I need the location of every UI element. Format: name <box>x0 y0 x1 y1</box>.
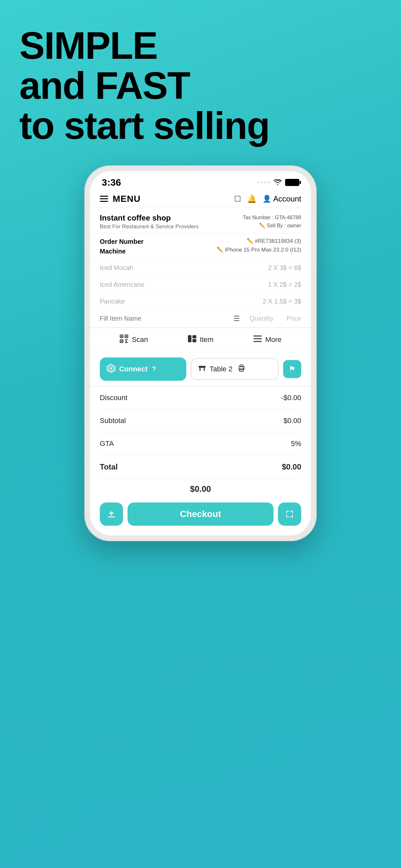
shop-name: Instant coffee shop <box>100 213 198 222</box>
total-row: Total $0.00 <box>100 455 301 479</box>
hero-section: SIMPLE and FAST to start selling <box>0 0 401 159</box>
table-label: Table 2 <box>210 365 233 373</box>
order-items-list: Iced Mocah 2 X 3$ = 6$ Iced Americano 1 … <box>90 259 311 310</box>
total-value: $0.00 <box>282 462 301 471</box>
upload-button[interactable] <box>100 502 123 526</box>
nav-left: MENU <box>100 194 141 204</box>
expand-button[interactable] <box>278 502 301 526</box>
signal-dots-icon <box>257 181 270 183</box>
scan-button[interactable]: Scan <box>120 334 148 345</box>
machine-label: Machine <box>100 246 144 256</box>
sell-by: ✏️ Sell By : owner <box>243 221 301 230</box>
more-button[interactable]: More <box>253 335 281 345</box>
shop-info: Instant coffee shop Best For Restaurant … <box>90 208 311 234</box>
connect-table-row: Connect ? Table 2 <box>90 352 311 386</box>
item-label: Item <box>200 336 214 344</box>
price-label: Price <box>286 315 301 322</box>
discount-row: Discount -$0.00 <box>100 386 301 409</box>
svg-rect-21 <box>204 368 205 371</box>
connect-icon <box>106 363 116 375</box>
tax-number: Tax Number : GTA-46789 <box>243 213 301 222</box>
nav-right: ☐ 🔔 👤 Account <box>234 194 301 204</box>
table-row: Pancake 2 X 1.5$ = 3$ <box>100 293 301 310</box>
more-icon <box>253 335 262 345</box>
hero-line3: to start selling <box>19 104 269 147</box>
subtotal-value: $0.00 <box>283 416 301 425</box>
svg-rect-20 <box>199 368 201 371</box>
menu-hamburger-icon[interactable] <box>100 196 108 202</box>
item-name-3: Pancake <box>100 298 125 305</box>
question-mark: ? <box>152 365 156 373</box>
status-icons <box>257 179 299 186</box>
discount-value: -$0.00 <box>281 394 301 402</box>
item-calc-3: 2 X 1.5$ = 3$ <box>263 298 301 305</box>
order-meta: ✏️ #RE738119834 (3) ✏️ iPhone 15 Pro Max… <box>217 237 301 254</box>
svg-rect-11 <box>192 335 196 338</box>
scan-label: Scan <box>132 336 148 344</box>
pencil-icon-2: ✏️ <box>217 247 223 253</box>
shop-subtitle: Best For Restaurant & Service Providers <box>100 223 198 230</box>
checkout-bar: Checkout <box>90 497 311 535</box>
svg-rect-12 <box>192 339 196 342</box>
subtotal-row: Subtotal $0.00 <box>100 409 301 432</box>
list-icon: ☰ <box>234 314 240 323</box>
svg-rect-22 <box>198 366 206 367</box>
gta-row: GTA 5% <box>100 432 301 455</box>
battery-icon <box>285 179 299 186</box>
nav-bar: MENU ☐ 🔔 👤 Account <box>90 190 311 208</box>
hero-line1: SIMPLE <box>19 24 157 67</box>
order-info: Order Number Machine ✏️ #RE738119834 (3)… <box>90 234 311 259</box>
total-label: Total <box>100 462 118 471</box>
fill-item-input[interactable] <box>100 315 230 322</box>
table-button[interactable]: Table 2 <box>191 358 279 380</box>
svg-rect-10 <box>188 335 191 342</box>
bottom-actions: Scan Item <box>90 328 311 352</box>
scan-icon <box>120 334 128 345</box>
svg-rect-4 <box>126 336 127 337</box>
table-icon <box>198 364 206 374</box>
printer-icon <box>238 365 245 373</box>
wifi-icon <box>274 179 282 186</box>
item-button[interactable]: Item <box>188 335 214 345</box>
phone-inner: 3:36 <box>90 171 311 535</box>
pencil-icon: ✏️ <box>247 238 253 244</box>
phone-wrapper: 3:36 <box>0 159 401 561</box>
hero-line2: and FAST <box>19 64 190 107</box>
fill-item-row[interactable]: ☰ Quantity Price <box>90 310 311 328</box>
item-icon <box>188 335 197 345</box>
svg-rect-15 <box>253 341 262 342</box>
item-calc-2: 1 X 2$ = 2$ <box>268 281 301 288</box>
gta-label: GTA <box>100 439 114 448</box>
machine-value: ✏️ iPhone 15 Pro Max 23.2.0 (I12) <box>217 245 301 254</box>
order-label: Order Number Machine <box>100 237 144 256</box>
summary-section: Discount -$0.00 Subtotal $0.00 GTA 5% To… <box>90 386 311 479</box>
svg-rect-5 <box>121 340 122 342</box>
more-right-button[interactable]: ⚑ <box>283 360 301 378</box>
quantity-label: Quantity <box>250 315 274 322</box>
connect-button[interactable]: Connect ? <box>100 358 186 381</box>
svg-point-26 <box>243 368 244 368</box>
account-button[interactable]: 👤 Account <box>263 194 301 204</box>
checkout-button[interactable]: Checkout <box>127 502 274 526</box>
shop-details: Instant coffee shop Best For Restaurant … <box>100 213 198 230</box>
gta-value: 5% <box>291 439 301 448</box>
order-number-value: ✏️ #RE738119834 (3) <box>217 237 301 245</box>
person-icon: 👤 <box>263 195 271 203</box>
item-name-2: Iced Americano <box>100 281 144 288</box>
hero-title: SIMPLE and FAST to start selling <box>19 26 382 146</box>
order-number-label: Order Number <box>100 237 144 246</box>
status-bar: 3:36 <box>90 171 311 190</box>
svg-rect-25 <box>240 369 243 371</box>
chat-icon[interactable]: ☐ <box>234 194 241 204</box>
svg-rect-3 <box>121 336 122 337</box>
subtotal-label: Subtotal <box>100 416 126 425</box>
connect-label: Connect <box>119 365 148 373</box>
item-name-1: Iced Mocah <box>100 264 133 272</box>
discount-label: Discount <box>100 394 127 402</box>
svg-point-18 <box>110 368 112 369</box>
bell-icon[interactable]: 🔔 <box>247 194 257 204</box>
more-label: More <box>266 336 281 344</box>
shop-meta: Tax Number : GTA-46789 ✏️ Sell By : owne… <box>243 213 301 230</box>
phone-outer: 3:36 <box>84 165 317 541</box>
table-row: Iced Americano 1 X 2$ = 2$ <box>100 276 301 293</box>
